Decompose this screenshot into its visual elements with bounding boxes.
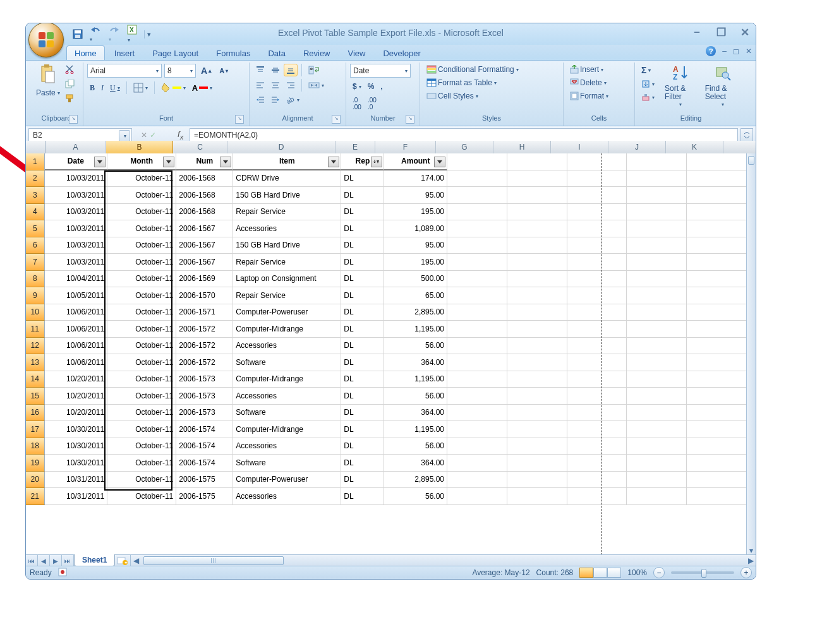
last-sheet-icon[interactable]: ⏭	[62, 555, 74, 566]
cell[interactable]: 2006-1567	[176, 254, 233, 271]
column-header-H[interactable]: H	[493, 141, 551, 153]
cell[interactable]	[447, 438, 507, 455]
header-cell-item[interactable]: Item	[233, 153, 341, 170]
cell[interactable]: 2006-1574	[176, 438, 233, 455]
cell[interactable]	[447, 254, 507, 271]
row-header-19[interactable]: 19	[26, 455, 45, 472]
cell[interactable]	[567, 488, 627, 505]
cell[interactable]: 2006-1574	[176, 455, 233, 472]
formula-input[interactable]: =EOMONTH(A2,0)	[190, 128, 738, 142]
cell[interactable]	[567, 271, 627, 288]
cell[interactable]: 56.00	[384, 388, 447, 405]
cell[interactable]: Computer-Poweruser	[233, 472, 341, 489]
cell[interactable]: October-11	[107, 321, 176, 338]
tab-formulas[interactable]: Formulas	[208, 45, 258, 60]
cell[interactable]: Laptop on Consignment	[233, 271, 341, 288]
first-sheet-icon[interactable]: ⏮	[26, 555, 38, 566]
cell[interactable]: 2006-1568	[176, 187, 233, 204]
cell[interactable]: 2006-1575	[176, 488, 233, 505]
cell[interactable]: October-11	[107, 455, 176, 472]
copy-icon[interactable]	[65, 80, 75, 90]
help-icon[interactable]: ?	[706, 46, 716, 56]
cell-empty[interactable]	[627, 153, 687, 170]
italic-button[interactable]: I	[99, 81, 106, 94]
cell[interactable]: Computer-Midrange	[233, 421, 341, 438]
cell[interactable]	[507, 287, 567, 304]
align-right-icon[interactable]	[284, 79, 298, 92]
cell-empty[interactable]	[507, 153, 567, 170]
delete-cells-button[interactable]: Delete▾	[567, 77, 609, 88]
filter-dropdown-icon[interactable]	[163, 157, 174, 167]
cell[interactable]	[567, 237, 627, 254]
cell[interactable]	[567, 405, 627, 422]
cell[interactable]	[627, 472, 687, 489]
next-sheet-icon[interactable]: ▶	[50, 555, 62, 566]
cell[interactable]	[447, 220, 507, 237]
cell[interactable]: 10/06/2011	[45, 321, 108, 338]
cell[interactable]: 10/20/2011	[45, 371, 108, 388]
cell[interactable]	[627, 170, 687, 188]
horizontal-scrollbar[interactable]: ◀ ▶	[130, 555, 756, 566]
cell[interactable]: October-11	[107, 472, 176, 489]
cell[interactable]: 1,195.00	[384, 371, 447, 388]
cell[interactable]	[567, 254, 627, 271]
cell[interactable]	[507, 371, 567, 388]
cell[interactable]: Software	[233, 405, 341, 422]
cell[interactable]	[507, 271, 567, 288]
cell[interactable]: 10/20/2011	[45, 405, 108, 422]
cell[interactable]	[687, 187, 747, 204]
percent-icon[interactable]: %	[365, 81, 377, 92]
cell[interactable]	[627, 254, 687, 271]
cell[interactable]	[447, 237, 507, 254]
cell[interactable]	[567, 287, 627, 304]
redo-icon[interactable]: ▾	[108, 25, 121, 43]
cell[interactable]: 10/03/2011	[45, 237, 108, 254]
merge-center-icon[interactable]: ▾	[306, 79, 327, 92]
cell[interactable]: 10/06/2011	[45, 304, 108, 321]
select-all-corner[interactable]	[26, 141, 45, 153]
cell[interactable]: 10/03/2011	[45, 204, 108, 221]
sort-filter-button[interactable]: Sort & Filter▾	[662, 83, 699, 109]
cell[interactable]	[567, 170, 627, 188]
cell[interactable]: Accessories	[233, 220, 341, 237]
grow-font-icon[interactable]: A▴	[198, 64, 214, 78]
cell[interactable]: 1,089.00	[384, 220, 447, 237]
cell[interactable]	[507, 354, 567, 371]
tab-data[interactable]: Data	[260, 45, 293, 60]
enter-formula-icon[interactable]: ✓	[150, 131, 156, 140]
filter-dropdown-icon[interactable]	[94, 157, 106, 167]
orientation-icon[interactable]: ab▾	[284, 94, 302, 105]
cell[interactable]: 2006-1567	[176, 237, 233, 254]
tab-developer[interactable]: Developer	[375, 45, 428, 60]
cell[interactable]: Accessories	[233, 338, 341, 355]
cell[interactable]: Software	[233, 354, 341, 371]
cell[interactable]	[687, 287, 747, 304]
cell[interactable]: DL	[341, 304, 384, 321]
cell[interactable]: 2006-1568	[176, 170, 233, 188]
cell[interactable]	[567, 371, 627, 388]
cell[interactable]	[567, 204, 627, 221]
cell[interactable]	[507, 421, 567, 438]
save-icon[interactable]	[73, 29, 83, 39]
cell[interactable]: DL	[341, 388, 384, 405]
find-select-button[interactable]: Find & Select▾	[703, 83, 743, 109]
cell[interactable]: 150 GB Hard Drive	[233, 187, 341, 204]
cell[interactable]	[627, 304, 687, 321]
cell[interactable]: 10/03/2011	[45, 254, 108, 271]
cell[interactable]	[567, 304, 627, 321]
cell[interactable]	[447, 472, 507, 489]
row-header-16[interactable]: 16	[26, 405, 45, 422]
cell[interactable]: 1,195.00	[384, 321, 447, 338]
paste-button[interactable]: Paste▾	[33, 87, 63, 98]
cell[interactable]	[627, 354, 687, 371]
wrap-text-icon[interactable]: ab	[306, 64, 322, 76]
cell[interactable]: 10/03/2011	[45, 187, 108, 204]
header-cell-num[interactable]: Num	[176, 153, 233, 170]
row-header-14[interactable]: 14	[26, 371, 45, 388]
cell[interactable]: DL	[341, 488, 384, 505]
office-button[interactable]	[28, 23, 64, 57]
column-header-C[interactable]: C	[173, 141, 227, 153]
cell[interactable]: October-11	[107, 371, 176, 388]
cell[interactable]: 2006-1570	[176, 287, 233, 304]
vertical-scrollbar[interactable]: ▴ ▾	[746, 153, 756, 555]
